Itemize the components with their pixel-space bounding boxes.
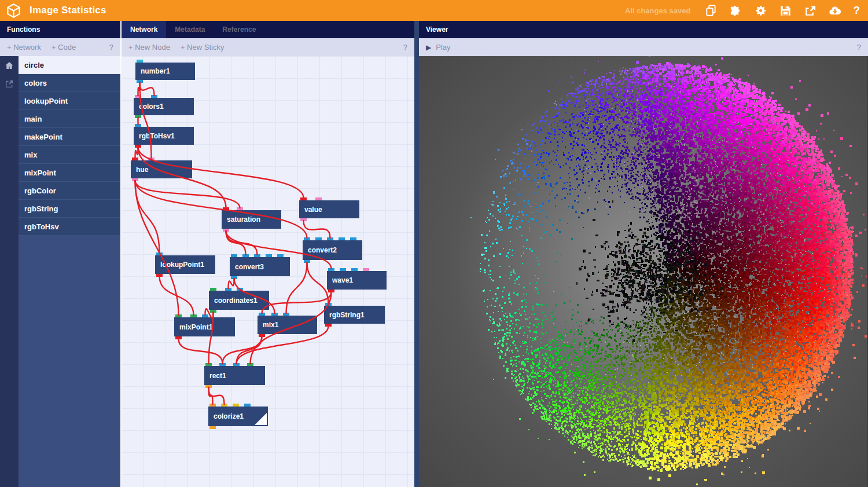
input-port[interactable] <box>132 158 138 160</box>
input-port[interactable] <box>277 254 284 257</box>
input-port[interactable] <box>315 237 322 240</box>
input-port[interactable] <box>328 268 334 271</box>
input-port[interactable] <box>135 95 141 98</box>
input-port[interactable] <box>233 404 239 407</box>
input-port[interactable] <box>254 254 260 257</box>
input-port[interactable] <box>304 237 310 240</box>
input-port[interactable] <box>325 303 332 306</box>
node-colors1[interactable]: colors1 <box>134 98 194 115</box>
node-rgbToHsv1[interactable]: rgbToHsv1 <box>134 127 194 145</box>
node-value[interactable]: value <box>299 200 359 218</box>
sidebar-item-mixPoint[interactable]: mixPoint <box>19 164 120 182</box>
output-port[interactable] <box>231 276 237 279</box>
input-port[interactable] <box>137 60 143 63</box>
input-port[interactable] <box>231 254 237 257</box>
sidebar-item-main[interactable]: main <box>19 110 120 128</box>
output-port[interactable] <box>137 80 143 83</box>
output-port[interactable] <box>304 260 310 263</box>
input-port[interactable] <box>233 363 240 366</box>
input-port[interactable] <box>210 288 216 291</box>
input-port[interactable] <box>175 314 182 317</box>
network-canvas[interactable]: number1colors1rgbToHsv1huesaturationvalu… <box>122 56 414 487</box>
sidebar-item-makePoint[interactable]: makePoint <box>19 128 120 146</box>
input-port[interactable] <box>148 158 155 160</box>
node-convert2[interactable]: convert2 <box>303 240 362 260</box>
input-port[interactable] <box>221 404 227 407</box>
input-port[interactable] <box>350 237 356 240</box>
panel-divider[interactable] <box>414 21 419 487</box>
input-port[interactable] <box>225 288 231 291</box>
output-port[interactable] <box>132 178 138 181</box>
output-port[interactable] <box>135 115 141 118</box>
output-port[interactable] <box>205 385 212 388</box>
output-port[interactable] <box>328 290 334 292</box>
add-network-button[interactable]: + Network <box>7 43 41 52</box>
help-icon[interactable]: ? <box>853 4 860 17</box>
input-port[interactable] <box>266 254 272 257</box>
input-port[interactable] <box>135 124 141 127</box>
input-port[interactable] <box>156 252 163 255</box>
output-port[interactable] <box>300 218 307 221</box>
input-port[interactable] <box>190 314 197 317</box>
output-port[interactable] <box>156 274 163 277</box>
output-port[interactable] <box>175 336 182 339</box>
copy-icon[interactable] <box>704 3 718 17</box>
new-sticky-button[interactable]: + New Sticky <box>181 43 225 52</box>
sidebar-item-rgbColor[interactable]: rgbColor <box>19 182 120 200</box>
viewer-canvas[interactable] <box>419 56 867 487</box>
input-port[interactable] <box>223 207 229 210</box>
node-convert3[interactable]: convert3 <box>230 257 290 276</box>
sidebar-item-rgbString[interactable]: rgbString <box>19 200 120 218</box>
functions-help-button[interactable]: ? <box>109 43 113 52</box>
node-saturation[interactable]: saturation <box>222 210 281 229</box>
input-port[interactable] <box>339 237 345 240</box>
network-help-button[interactable]: ? <box>403 43 407 52</box>
input-port[interactable] <box>219 363 226 366</box>
save-icon[interactable] <box>778 3 792 17</box>
output-port[interactable] <box>209 426 216 429</box>
input-port[interactable] <box>237 288 243 291</box>
input-port[interactable] <box>202 314 208 317</box>
output-port[interactable] <box>223 229 229 232</box>
output-port[interactable] <box>210 310 216 313</box>
tab-metadata[interactable]: Metadata <box>166 21 214 38</box>
input-port[interactable] <box>247 363 253 366</box>
sidebar-item-lookupPoint[interactable]: lookupPoint <box>19 92 120 110</box>
input-port[interactable] <box>351 268 358 271</box>
input-port[interactable] <box>271 313 278 316</box>
sidebar-item-rgbToHsv[interactable]: rgbToHsv <box>19 218 120 236</box>
node-lookupPoint1[interactable]: lookupPoint1 <box>155 255 215 274</box>
node-number1[interactable]: number1 <box>135 63 195 80</box>
node-rect1[interactable]: rect1 <box>204 366 265 385</box>
node-mix1[interactable]: mix1 <box>258 316 317 334</box>
input-port[interactable] <box>300 197 307 200</box>
viewer-help-button[interactable]: ? <box>857 43 861 52</box>
node-coordinates1[interactable]: coordinates1 <box>209 291 269 310</box>
sidebar-item-circle[interactable]: circle <box>19 56 120 74</box>
input-port[interactable] <box>340 268 346 271</box>
output-port[interactable] <box>259 334 265 337</box>
new-node-button[interactable]: + New Node <box>128 43 170 52</box>
tab-network[interactable]: Network <box>122 21 166 38</box>
external-link-icon[interactable] <box>5 79 14 89</box>
add-code-button[interactable]: + Code <box>52 43 76 52</box>
input-port[interactable] <box>237 207 243 210</box>
node-rgbString1[interactable]: rgbString1 <box>324 306 385 324</box>
input-port[interactable] <box>327 237 333 240</box>
node-wave1[interactable]: wave1 <box>327 271 387 290</box>
output-port[interactable] <box>325 324 332 327</box>
output-port[interactable] <box>135 145 141 148</box>
gear-icon[interactable] <box>753 3 767 17</box>
share-icon[interactable] <box>803 3 817 17</box>
input-port[interactable] <box>244 404 251 407</box>
sidebar-item-colors[interactable]: colors <box>19 74 120 92</box>
input-port[interactable] <box>259 313 265 316</box>
sidebar-item-mix[interactable]: mix <box>19 146 120 164</box>
tab-reference[interactable]: Reference <box>214 21 264 38</box>
node-colorize1[interactable]: colorize1 <box>208 407 268 426</box>
input-port[interactable] <box>242 254 249 257</box>
node-hue[interactable]: hue <box>131 160 192 178</box>
input-port[interactable] <box>151 95 157 98</box>
node-mixPoint1[interactable]: mixPoint1 <box>174 317 235 336</box>
input-port[interactable] <box>205 363 212 366</box>
